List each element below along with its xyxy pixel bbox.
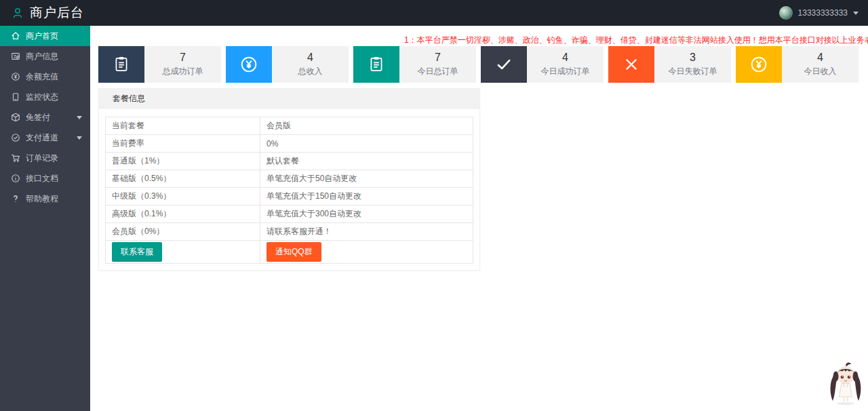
- stat-label: 总收入: [298, 66, 323, 77]
- stat-label: 今日收入: [804, 66, 837, 77]
- package-info-panel: 套餐信息 当前套餐 会员版 当前费率 0% 普通版（1%） 默认套餐: [98, 88, 480, 271]
- person-icon: [12, 7, 24, 19]
- sidebar-item-label: 余额充值: [26, 71, 58, 83]
- row-value: 0%: [260, 135, 473, 153]
- yen-badge-icon: [736, 46, 782, 83]
- table-row: 中级版（0.3%） 单笔充值大于150自动更改: [106, 188, 473, 206]
- chevron-down-icon: [77, 116, 82, 119]
- sidebar-item-orders[interactable]: 订单记录: [0, 148, 90, 168]
- row-label: 高级版（0.1%）: [106, 206, 260, 223]
- monitor-icon: [10, 92, 20, 102]
- stat-card-today-income: 4 今日收入: [736, 46, 859, 83]
- user-phone: 13333333333: [798, 8, 848, 18]
- stat-card-total-success-orders: 7 总成功订单: [98, 46, 221, 83]
- stat-card-today-success-orders: 4 今日成功订单: [481, 46, 604, 83]
- stat-label: 今日失败订单: [669, 66, 717, 77]
- table-row-actions: 联系客服 通知QQ群: [106, 241, 473, 264]
- stat-value: 4: [817, 52, 823, 64]
- app-logo[interactable]: 商户后台: [0, 4, 84, 22]
- merchant-info-icon: [10, 52, 20, 62]
- contact-support-button[interactable]: 联系客服: [112, 242, 162, 262]
- chevron-down-icon: [77, 136, 82, 140]
- panel-title: 套餐信息: [99, 89, 479, 109]
- sidebar-item-label: 监控状态: [26, 92, 58, 103]
- mascot-image[interactable]: [825, 361, 867, 408]
- stat-card-total-income: 4 总收入: [226, 46, 349, 83]
- stat-value: 7: [180, 52, 186, 64]
- check-circle-icon: [10, 133, 20, 143]
- check-icon: [481, 46, 527, 83]
- table-row: 高级版（0.1%） 单笔充值大于300自动更改: [106, 206, 473, 223]
- sidebar-item-label: 免签付: [26, 112, 50, 123]
- sidebar: 商户首页 商户信息 余额充值 监控状态 免签付 支付通道: [0, 26, 90, 411]
- chevron-down-icon: [853, 12, 859, 15]
- table-row: 基础版（0.5%） 单笔充值大于50自动更改: [106, 170, 473, 188]
- row-label: 当前套餐: [106, 117, 260, 135]
- sidebar-item-home[interactable]: 商户首页: [0, 26, 90, 46]
- sidebar-item-label: 接口文档: [26, 173, 58, 184]
- sidebar-item-nosign-pay[interactable]: 免签付: [0, 107, 90, 128]
- row-label: 会员版（0%）: [106, 223, 260, 241]
- clipboard-icon: [353, 46, 399, 83]
- app-title: 商户后台: [30, 4, 84, 22]
- yen-circle-icon: [10, 72, 20, 82]
- sidebar-item-label: 订单记录: [26, 153, 58, 164]
- row-label: 当前费率: [106, 135, 260, 153]
- sidebar-item-api-docs[interactable]: 接口文档: [0, 168, 90, 189]
- clipboard-icon: [98, 46, 144, 83]
- sidebar-item-help[interactable]: 帮助教程: [0, 189, 90, 209]
- stat-value: 7: [435, 52, 441, 64]
- info-circle-icon: [10, 174, 20, 184]
- home-icon: [10, 31, 20, 41]
- sidebar-item-label: 帮助教程: [26, 193, 58, 205]
- table-row: 普通版（1%） 默认套餐: [106, 153, 473, 170]
- row-value: 会员版: [260, 117, 473, 135]
- x-icon: [608, 46, 654, 83]
- stat-card-today-failed-orders: 3 今日失败订单: [608, 46, 731, 83]
- row-value: 单笔充值大于150自动更改: [260, 188, 473, 206]
- sidebar-item-merchant-info[interactable]: 商户信息: [0, 46, 90, 66]
- package-icon: [10, 113, 20, 123]
- cart-icon: [10, 153, 20, 163]
- stat-label: 今日总订单: [418, 66, 458, 77]
- table-row: 当前费率 0%: [106, 135, 473, 153]
- stat-card-today-total-orders: 7 今日总订单: [353, 46, 476, 83]
- row-value: 请联系客服开通！: [260, 223, 473, 241]
- row-value: 单笔充值大于300自动更改: [260, 206, 473, 223]
- table-row: 会员版（0%） 请联系客服开通！: [106, 223, 473, 241]
- row-value: 单笔充值大于50自动更改: [260, 170, 473, 188]
- table-row: 当前套餐 会员版: [106, 117, 473, 135]
- sidebar-item-monitor[interactable]: 监控状态: [0, 87, 90, 107]
- row-value: 默认套餐: [260, 153, 473, 170]
- row-label: 中级版（0.3%）: [106, 188, 260, 206]
- sidebar-item-pay-channel[interactable]: 支付通道: [0, 128, 90, 148]
- avatar: [779, 6, 793, 20]
- sidebar-item-label: 商户首页: [26, 31, 58, 42]
- stat-value: 4: [307, 52, 313, 64]
- row-label: 普通版（1%）: [106, 153, 260, 170]
- main-content: 1：本平台严禁一切淫秽、涉赌、政治、钓鱼、诈骗、理财、借贷、封建迷信等非法网站接…: [90, 26, 868, 411]
- stat-value: 4: [562, 52, 568, 64]
- stat-label: 总成功订单: [163, 66, 203, 77]
- top-header: 商户后台 13333333333: [0, 0, 868, 26]
- yen-badge-icon: [226, 46, 272, 83]
- stat-value: 3: [690, 52, 696, 64]
- notify-qq-group-button[interactable]: 通知QQ群: [267, 242, 321, 262]
- sidebar-item-recharge[interactable]: 余额充值: [0, 66, 90, 87]
- stat-label: 今日成功订单: [541, 66, 590, 77]
- sidebar-item-label: 商户信息: [26, 51, 58, 62]
- sidebar-item-label: 支付通道: [26, 132, 58, 144]
- package-info-table: 当前套餐 会员版 当前费率 0% 普通版（1%） 默认套餐 基础版（0.5%） …: [105, 117, 473, 264]
- user-menu[interactable]: 13333333333: [779, 0, 859, 26]
- question-icon: [10, 194, 20, 204]
- stat-cards-row: 7 总成功订单 4 总收入 7 今日总订单: [98, 46, 859, 83]
- warning-notice: 1：本平台严禁一切淫秽、涉赌、政治、钓鱼、诈骗、理财、借贷、封建迷信等非法网站接…: [404, 35, 868, 46]
- row-label: 基础版（0.5%）: [106, 170, 260, 188]
